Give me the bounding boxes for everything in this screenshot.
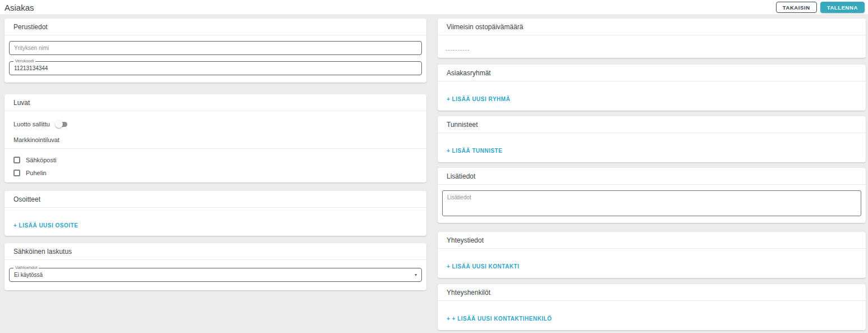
content: Perustiedot Verokoodi Luvat (0, 15, 868, 330)
permissions-body-top: Luotto sallittu Markkinointiluvat (4, 111, 426, 148)
asiakas-page: Asiakas TAKAISIN TALLENNA Perustiedot Ve… (0, 0, 868, 330)
credit-allowed-row: Luotto sallittu (13, 111, 417, 129)
add-address-button[interactable]: + LISÄÄ UUSI OSOITE (13, 222, 78, 229)
permissions-card: Luvat Luotto sallittu Markkinointiluvat (4, 94, 426, 183)
e-invoicing-title: Sähköinen laskutus (4, 243, 426, 259)
phone-checkbox-label: Puhelin (26, 170, 47, 176)
page-header: Asiakas TAKAISIN TALLENNA (0, 0, 868, 15)
addresses-title: Osoitteet (4, 191, 426, 207)
credit-allowed-label: Luotto sallittu (13, 121, 50, 127)
invoicing-options-label: Vaihtoehdot (13, 265, 39, 270)
invoicing-options-value: Ei käytössä (14, 272, 43, 278)
contact-persons-card: Yhteyshenkilöt + + LISÄÄ UUSI KONTAKTIHE… (438, 284, 866, 330)
permissions-body-bottom: Sähköposti Puhelin (4, 149, 426, 177)
customer-groups-card: Asiakasryhmät + LISÄÄ UUSI RYHMÄ (438, 65, 866, 111)
email-checkbox-label: Sähköposti (26, 157, 56, 163)
add-customer-group-button[interactable]: + LISÄÄ UUSI RYHMÄ (447, 96, 510, 102)
identifiers-card: Tunnisteet + LISÄÄ TUNNISTE (438, 116, 866, 162)
back-button[interactable]: TAKAISIN (776, 2, 817, 13)
additional-info-textarea[interactable] (442, 190, 861, 216)
email-permission-row: Sähköposti (13, 156, 417, 164)
last-purchase-date-value: ---------- (438, 35, 866, 58)
basic-info-card: Perustiedot Verokoodi (4, 19, 426, 83)
e-invoicing-body: Vaihtoehdot Ei käytössä ▾ (4, 260, 426, 286)
dropdown-arrow-icon: ▾ (415, 273, 417, 277)
add-contact-person-button[interactable]: + + LISÄÄ UUSI KONTAKTIHENKILÖ (447, 316, 552, 322)
company-name-input[interactable] (9, 41, 422, 55)
phone-checkbox[interactable] (13, 170, 20, 176)
add-contact-button[interactable]: + LISÄÄ UUSI KONTAKTI (447, 263, 519, 270)
left-column: Perustiedot Verokoodi Luvat (4, 19, 426, 290)
marketing-permissions-label: Markkinointiluvat (13, 129, 417, 148)
invoicing-options-select[interactable]: Ei käytössä ▾ (9, 268, 422, 282)
e-invoicing-card: Sähköinen laskutus Vaihtoehdot Ei käytös… (4, 243, 426, 290)
tax-code-input[interactable] (9, 61, 422, 75)
contact-details-card: Yhteystiedot + LISÄÄ UUSI KONTAKTI (438, 232, 866, 278)
toggle-thumb (55, 120, 63, 128)
customer-groups-title: Asiakasryhmät (438, 65, 866, 81)
tax-code-label: Verokoodi (13, 58, 35, 63)
phone-permission-row: Puhelin (13, 169, 417, 177)
add-identifier-button[interactable]: + LISÄÄ TUNNISTE (447, 148, 502, 154)
additional-info-card: Lisätiedot (438, 168, 866, 223)
email-checkbox[interactable] (13, 157, 20, 163)
page-title: Asiakas (4, 3, 34, 12)
basic-info-body: Verokoodi (4, 35, 426, 80)
save-button[interactable]: TALLENNA (820, 2, 865, 13)
credit-allowed-toggle[interactable] (55, 120, 67, 128)
basic-info-title: Perustiedot (4, 19, 426, 35)
addresses-card: Osoitteet + LISÄÄ UUSI OSOITE (4, 191, 426, 236)
permissions-title: Luvat (4, 94, 426, 111)
additional-info-body (438, 185, 866, 223)
last-purchase-title: Viimeisin ostopäivämäärä (438, 19, 866, 35)
additional-info-title: Lisätiedot (438, 168, 866, 184)
header-actions: TAKAISIN TALLENNA (776, 2, 865, 13)
contact-details-title: Yhteystiedot (438, 232, 866, 248)
last-purchase-card: Viimeisin ostopäivämäärä ---------- (438, 19, 866, 58)
contact-persons-title: Yhteyshenkilöt (438, 284, 866, 300)
right-column: Viimeisin ostopäivämäärä ---------- Asia… (438, 19, 866, 330)
identifiers-title: Tunnisteet (438, 116, 866, 133)
